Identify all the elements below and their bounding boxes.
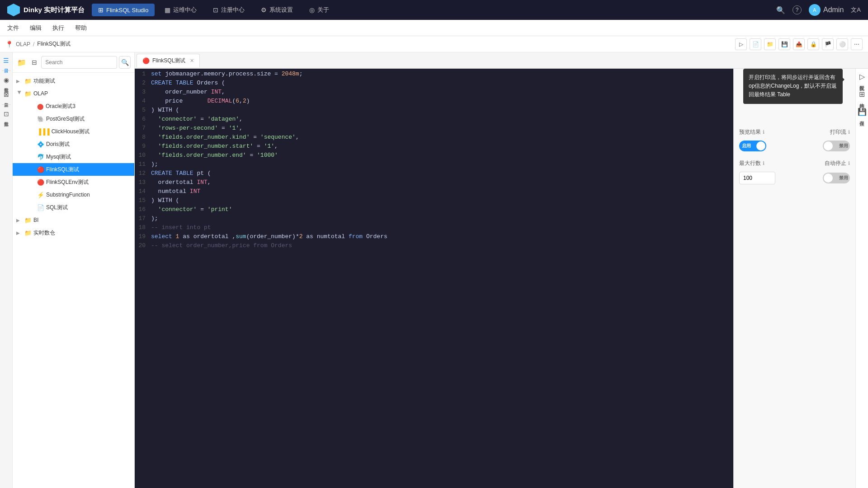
- tree-item-sql[interactable]: ▶ 📄 SQL测试: [13, 201, 134, 214]
- sidebar-search-bar: 📁 ⊟ 🔍: [13, 52, 134, 73]
- max-rows-info-icon[interactable]: ℹ: [763, 160, 764, 166]
- table-struct-btn[interactable]: ⊞ 表结构: [857, 88, 868, 101]
- search-button[interactable]: 🔍: [119, 56, 131, 69]
- lang-switch[interactable]: 文A: [851, 6, 861, 14]
- admin-menu[interactable]: A Admin: [809, 4, 844, 16]
- reg-icon: ⊡: [213, 6, 218, 14]
- sidebar-icon-tree[interactable]: ☰ 目录: [2, 54, 10, 68]
- nav-tab-sys[interactable]: ⚙ 系统设置: [255, 3, 299, 17]
- code-line-16: 16 'connector' = 'print': [135, 206, 733, 215]
- tree-item-oracle[interactable]: ▶ ⬤ Oracle测试3: [13, 100, 134, 113]
- menu-file[interactable]: 文件: [7, 22, 19, 34]
- sidebar: 📁 ⊟ 🔍 ▶ 📁 功能测试 ▶ 📁 OLAP ▶ ⬤ Oracle测试3: [13, 52, 135, 488]
- nav-tab-reg[interactable]: ⊡ 注册中心: [207, 3, 251, 17]
- tree-label-realtime: 实时数仓: [33, 229, 134, 237]
- exec-config-btn[interactable]: ▷ 执行配置: [857, 70, 868, 84]
- menu-run[interactable]: 执行: [52, 22, 64, 34]
- sidebar-icon-cluster[interactable]: ⊠ 集群: [2, 88, 10, 102]
- sidebar-collapse-btn[interactable]: ⊟: [29, 56, 40, 68]
- toolbar-open-btn[interactable]: 📁: [764, 38, 776, 50]
- nav-tab-flinksql[interactable]: ⊞ FlinkSQL Studio: [92, 4, 155, 16]
- toolbar-new-btn[interactable]: 📄: [750, 38, 761, 50]
- tree-item-mysql[interactable]: ▶ 🐬 Mysql测试: [13, 150, 134, 163]
- editor-tab-flinksql[interactable]: 🔴 FlinkSQL测试 ✕: [137, 54, 200, 67]
- sidebar-tree: ▶ 📁 功能测试 ▶ 📁 OLAP ▶ ⬤ Oracle测试3 ▶ 🐘 Post…: [13, 73, 134, 488]
- tree-item-realtime[interactable]: ▶ 📁 实时数仓: [13, 226, 134, 239]
- tree-item-olap[interactable]: ▶ 📁 OLAP: [13, 87, 134, 100]
- lsi-divider-2: [2, 104, 11, 105]
- max-rows-label: 最大行数 ℹ: [739, 160, 764, 167]
- lsi-divider-1: [2, 70, 11, 71]
- tree-label-clickhouse: ClickHouse测试: [52, 128, 134, 136]
- sidebar-icon-data[interactable]: ⊡ 元数据: [2, 108, 10, 121]
- global-search-icon[interactable]: 🔍: [776, 6, 785, 14]
- tree-label-func: 功能测试: [33, 77, 134, 85]
- clickhouse-icon: ▐▐▐: [37, 128, 50, 135]
- code-line-18: 18 -- insert into pt: [135, 224, 733, 233]
- app-title: Dinky 实时计算平台: [24, 6, 85, 14]
- tree-item-bi[interactable]: ▶ 📁 BI: [13, 214, 134, 226]
- code-line-3: 3 order_number INT,: [135, 89, 733, 98]
- folder-icon-bi: 📁: [24, 217, 32, 224]
- tab-close-btn[interactable]: ✕: [190, 58, 194, 64]
- code-line-8: 8 'fields.order_number.kind' = 'sequence…: [135, 134, 733, 143]
- breadcrumb-olap[interactable]: OLAP: [16, 41, 30, 47]
- toolbar-export-btn[interactable]: 📤: [793, 38, 805, 50]
- breadcrumb: 📍 OLAP / FlinkSQL测试: [5, 40, 71, 48]
- max-rows-input[interactable]: [739, 172, 775, 184]
- code-line-11: 11 );: [135, 161, 733, 170]
- tree-item-flinkenv[interactable]: ▶ 🔴 FlinkSQLEnv测试: [13, 176, 134, 188]
- tree-item-clickhouse[interactable]: ▶ ▐▐▐ ClickHouse测试: [13, 125, 134, 138]
- nav-tab-flinksql-label: FlinkSQL Studio: [106, 7, 148, 14]
- main-layout: ☰ 目录 ◉ 元数据 ⊠ 集群 ⊡ 元数据 📁 ⊟ 🔍 ▶ �: [0, 52, 868, 488]
- tooltip-popup: 开启打印流，将同步运行并返回含有op信息的ChangeLog，默认不开启返回最终…: [743, 69, 843, 104]
- help-icon[interactable]: ?: [793, 5, 802, 14]
- print-info-icon[interactable]: ℹ: [848, 129, 850, 135]
- code-line-4: 4 price DECIMAL(6,2): [135, 98, 733, 107]
- logo-icon: [7, 4, 20, 16]
- search-input[interactable]: [41, 56, 117, 69]
- code-line-14: 14 numtotal INT: [135, 188, 733, 197]
- sidebar-folder-btn[interactable]: 📁: [16, 56, 27, 68]
- toolbar-more-btn[interactable]: ⋯: [851, 38, 863, 50]
- print-label: 打印流 ℹ: [830, 128, 850, 136]
- tree-item-flinksql[interactable]: ▶ 🔴 FlinkSQL测试: [13, 163, 134, 176]
- auto-stop-info-icon[interactable]: ℹ: [848, 160, 850, 166]
- preview-toggle-text: 启用: [742, 143, 751, 149]
- menu-help[interactable]: 帮助: [75, 22, 87, 34]
- auto-stop-toggle[interactable]: 禁用: [823, 173, 850, 183]
- editor-area: 🔴 FlinkSQL测试 ✕ 1 set jobmanager.memory.p…: [135, 52, 868, 488]
- sidebar-icon-meta[interactable]: ◉ 元数据: [2, 74, 10, 87]
- code-line-9: 9 'fields.order_number.start' = '1',: [135, 143, 733, 152]
- nav-tab-ops[interactable]: ▦ 运维中心: [158, 3, 203, 17]
- tree-item-substring[interactable]: ▶ ⚡ SubstringFunction: [13, 188, 134, 201]
- flinkenv-icon: 🔴: [37, 179, 44, 186]
- tab-label: FlinkSQL测试: [152, 57, 185, 65]
- flinksql-icon: ⊞: [98, 6, 104, 14]
- tree-label-oracle: Oracle测试3: [46, 103, 134, 110]
- tree-item-func[interactable]: ▶ 📁 功能测试: [13, 75, 134, 87]
- toolbar-flag-btn[interactable]: 🏴: [822, 38, 834, 50]
- code-line-5: 5 ) WITH (: [135, 107, 733, 116]
- admin-label: Admin: [823, 6, 844, 14]
- tree-item-doris[interactable]: ▶ 💠 Doris测试: [13, 138, 134, 150]
- toolbar-lock-btn[interactable]: 🔒: [807, 38, 819, 50]
- savepoint-btn[interactable]: 💾 保存点: [857, 106, 868, 119]
- code-line-1: 1 set jobmanager.memory.process.size = 2…: [135, 70, 733, 80]
- code-line-10: 10 'fields.order_number.end' = '1000': [135, 152, 733, 161]
- toolbar-save-btn[interactable]: 💾: [778, 38, 790, 50]
- toolbar-dot-btn[interactable]: ⚪: [836, 38, 848, 50]
- tree-label-doris: Doris测试: [46, 141, 134, 148]
- print-toggle[interactable]: 禁用: [823, 141, 850, 151]
- code-editor[interactable]: 1 set jobmanager.memory.process.size = 2…: [135, 69, 733, 488]
- menu-edit[interactable]: 编辑: [30, 22, 42, 34]
- top-nav-right: 🔍 ? A Admin 文A: [776, 4, 861, 16]
- preview-toggle[interactable]: 启用: [739, 141, 766, 151]
- code-line-7: 7 'rows-per-second' = '1',: [135, 125, 733, 134]
- nav-tab-about[interactable]: ◎ 关于: [303, 3, 335, 17]
- nav-tab-about-label: 关于: [317, 6, 329, 14]
- toolbar-run-btn[interactable]: ▷: [735, 38, 747, 50]
- preview-info-icon[interactable]: ℹ: [763, 129, 764, 135]
- tree-item-postgres[interactable]: ▶ 🐘 PostGreSql测试: [13, 113, 134, 125]
- doris-icon: 💠: [37, 141, 44, 148]
